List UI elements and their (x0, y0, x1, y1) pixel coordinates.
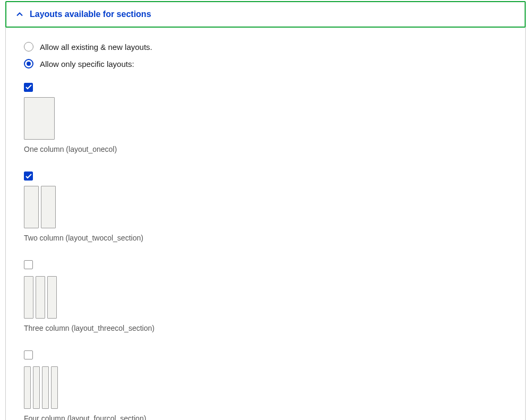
thumb-col (24, 366, 31, 409)
layout-thumbnail (24, 186, 507, 228)
layout-label: Three column (layout_threecol_section) (24, 324, 507, 332)
radio-selected-icon (24, 59, 33, 68)
layouts-panel: Layouts available for sections Allow all… (5, 1, 526, 420)
radio-allow-all[interactable]: Allow all existing & new layouts. (24, 42, 507, 52)
layout-label: Four column (layout_fourcol_section) (24, 414, 507, 420)
radio-allow-specific[interactable]: Allow only specific layouts: (24, 59, 507, 68)
radio-label: Allow only specific layouts: (40, 59, 134, 68)
layout-thumbnail (24, 276, 507, 319)
thumb-col (47, 276, 57, 319)
thumb-col (33, 366, 40, 409)
thumb-col (24, 186, 39, 228)
layout-option-fourcol: Four column (layout_fourcol_section) (24, 350, 507, 420)
panel-title: Layouts available for sections (30, 10, 151, 19)
radio-label: Allow all existing & new layouts. (40, 42, 152, 52)
thumb-col (24, 97, 55, 140)
layout-checkbox[interactable] (24, 350, 33, 359)
layouts-toggle-header[interactable]: Layouts available for sections (5, 1, 526, 28)
thumb-col (51, 366, 58, 409)
layout-option-twocol: Two column (layout_twocol_section) (24, 172, 507, 243)
layout-thumbnail (24, 97, 507, 140)
chevron-up-icon (16, 11, 23, 18)
thumb-col (36, 276, 45, 319)
layout-checkbox[interactable] (24, 172, 33, 181)
layout-checkbox[interactable] (24, 260, 33, 269)
layout-option-onecol: One column (layout_onecol) (24, 82, 507, 153)
layout-label: One column (layout_onecol) (24, 145, 507, 153)
layout-option-threecol: Three column (layout_threecol_section) (24, 260, 507, 332)
radio-icon (24, 42, 33, 52)
layout-thumbnail (24, 366, 507, 409)
layout-checkbox[interactable] (24, 83, 33, 92)
thumb-col (41, 186, 56, 228)
layout-label: Two column (layout_twocol_section) (24, 234, 507, 242)
thumb-col (42, 366, 49, 409)
panel-body: Allow all existing & new layouts. Allow … (6, 27, 525, 420)
thumb-col (24, 276, 33, 319)
layouts-list: One column (layout_onecol) Two column (l… (24, 82, 507, 420)
